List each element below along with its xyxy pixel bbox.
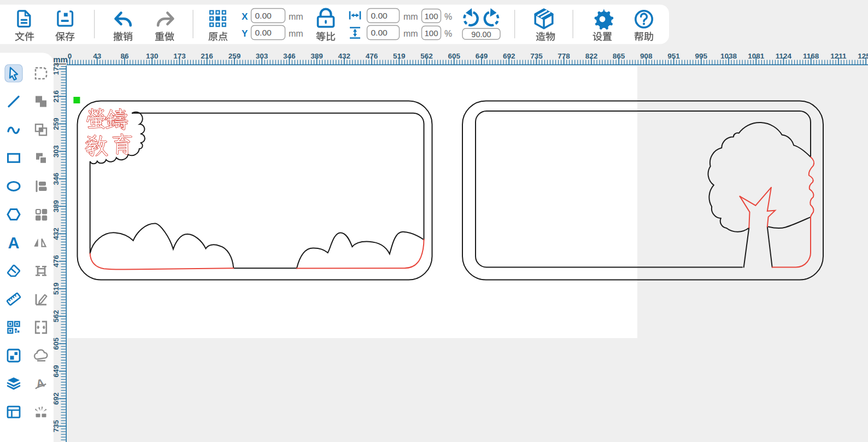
svg-text:1254: 1254 [858,52,868,60]
svg-text:389: 389 [52,200,60,213]
svg-text:0: 0 [68,52,72,60]
svg-text:mm: mm [403,29,418,38]
svg-text:0.00: 0.00 [371,11,388,20]
svg-text:0.00: 0.00 [371,28,388,37]
svg-text:0.00: 0.00 [255,11,272,20]
svg-text:1211: 1211 [830,52,847,60]
svg-text:X: X [242,11,248,22]
svg-text:43: 43 [93,52,102,60]
svg-text:86: 86 [120,52,129,60]
svg-text:216: 216 [201,52,213,60]
svg-text:90.00: 90.00 [471,30,491,39]
svg-text:692: 692 [503,52,515,60]
svg-text:951: 951 [667,52,680,60]
svg-text:519: 519 [393,52,406,60]
svg-text:605: 605 [448,52,460,60]
svg-text:mm: mm [53,55,68,64]
svg-text:259: 259 [52,118,60,130]
svg-text:346: 346 [283,52,296,60]
svg-text:mm: mm [289,12,303,21]
svg-text:303: 303 [256,52,268,60]
svg-text:432: 432 [52,228,60,240]
svg-text:1081: 1081 [748,52,765,60]
svg-text:822: 822 [585,52,598,60]
svg-text:%: % [444,12,452,21]
svg-text:173: 173 [52,62,60,75]
svg-text:100: 100 [425,11,438,21]
svg-text:130: 130 [146,52,159,60]
svg-text:432: 432 [338,52,351,60]
svg-text:778: 778 [558,52,570,60]
svg-text:735: 735 [530,52,543,60]
svg-text:908: 908 [640,52,653,60]
svg-text:389: 389 [310,52,323,60]
svg-text:mm: mm [289,29,303,38]
svg-text:649: 649 [52,365,60,377]
svg-text:100: 100 [425,28,438,38]
svg-text:303: 303 [52,145,60,158]
svg-text:259: 259 [228,52,241,60]
svg-text:692: 692 [52,393,60,405]
svg-text:865: 865 [613,52,625,60]
svg-text:995: 995 [695,52,708,60]
svg-text:605: 605 [52,338,60,350]
svg-text:1168: 1168 [803,52,819,60]
svg-text:216: 216 [52,90,60,102]
svg-text:476: 476 [52,255,60,267]
svg-text:%: % [444,29,452,38]
svg-text:0.00: 0.00 [255,28,272,37]
svg-text:649: 649 [476,52,488,60]
svg-text:1038: 1038 [720,52,737,60]
svg-text:173: 173 [173,52,186,60]
svg-text:mm: mm [403,12,418,21]
svg-text:Y: Y [242,28,248,39]
svg-text:A: A [8,234,20,252]
svg-text:562: 562 [52,310,60,323]
svg-text:735: 735 [52,420,60,432]
svg-text:562: 562 [420,52,433,60]
svg-text:346: 346 [52,172,60,185]
svg-text:519: 519 [52,283,60,295]
svg-text:1124: 1124 [776,52,792,60]
svg-text:476: 476 [366,52,378,60]
